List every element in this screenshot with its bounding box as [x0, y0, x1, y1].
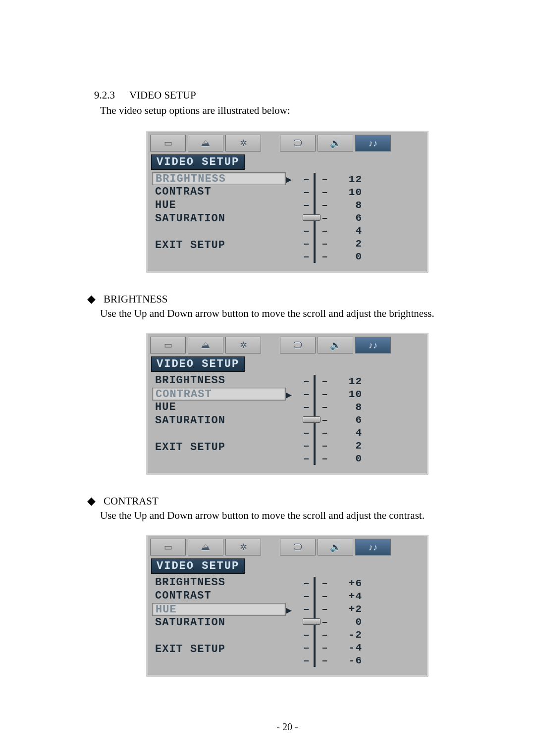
osd-tab[interactable]: ⛰: [188, 337, 223, 353]
scale-value: -2: [334, 628, 364, 641]
osd-tab[interactable]: 🖵: [280, 539, 316, 555]
scale-tick-left: –: [300, 250, 314, 263]
audio-icon: 🔊: [330, 138, 341, 149]
osd-tab[interactable]: ▭: [150, 539, 186, 555]
osd-arrow-col: ▶: [286, 374, 298, 465]
menu-spacer: [152, 226, 286, 239]
scale-tick-right: –: [316, 173, 334, 186]
scale-tick-left: –: [300, 577, 314, 590]
osd-tab[interactable]: ♪♪: [355, 539, 391, 555]
audio-icon: 🔊: [330, 542, 341, 553]
scale-tick-left: –: [300, 388, 314, 401]
scale-value: 2: [334, 439, 364, 452]
scale-value: +4: [334, 590, 364, 603]
osd-tab[interactable]: ⛰: [188, 135, 223, 151]
menu-item-hue[interactable]: HUE: [152, 401, 286, 414]
menu-arrow-icon: ▶: [286, 173, 292, 186]
menu-item-contrast[interactable]: CONTRAST: [152, 388, 286, 401]
osd-arrow-col: ▶: [286, 576, 298, 667]
scale-value: 4: [334, 426, 364, 439]
menu-item-contrast[interactable]: CONTRAST: [152, 590, 286, 603]
osd-tab[interactable]: ✲: [225, 539, 261, 555]
scale-tick-left: –: [300, 439, 314, 452]
scale-tick-left: –: [300, 603, 314, 615]
scale-tick-right: –: [316, 224, 334, 237]
scale-tick-right: –: [316, 628, 334, 641]
bullet-title: BRIGHTNESS: [104, 293, 168, 305]
scale-value: 0: [334, 452, 364, 465]
scale-tick-left: –: [300, 173, 314, 186]
osd-tab[interactable]: ▭: [150, 135, 186, 151]
menu-item-exit[interactable]: EXIT SETUP: [152, 239, 286, 252]
osd-tabs: ▭⛰✲🖵🔊♪♪: [150, 135, 425, 151]
osd-title: VIDEO SETUP: [151, 154, 245, 170]
scale-tick-right: –: [316, 186, 334, 199]
scale-value: +2: [334, 603, 364, 615]
osd-tab[interactable]: 🔊: [318, 135, 353, 151]
scale-value: -4: [334, 641, 364, 654]
osd-tab[interactable]: 🔊: [318, 337, 353, 353]
menu-item-saturation[interactable]: SATURATION: [152, 212, 286, 225]
menu-item-brightness[interactable]: BRIGHTNESS: [152, 172, 286, 185]
osd-tab[interactable]: ⛰: [188, 539, 223, 555]
scale-value: 6: [334, 211, 364, 224]
tab-spacer: [263, 135, 278, 151]
scale-value: 10: [334, 388, 364, 401]
osd-tabs: ▭⛰✲🖵🔊♪♪: [150, 539, 425, 555]
osd-tab[interactable]: ♪♪: [355, 337, 391, 353]
scale-tick-left: –: [300, 237, 314, 250]
scale-tick-left: –: [300, 452, 314, 465]
bullet-desc: Use the Up and Down arrow button to move…: [100, 509, 481, 522]
osd-panel: ▭⛰✲🖵🔊♪♪ VIDEO SETUP BRIGHTNESSCONTRASTHU…: [146, 131, 428, 273]
scale-tick-left: –: [300, 375, 314, 388]
osd-scale-col: ––+6––+4––+2––0––-2––-4––-6: [298, 576, 425, 667]
scale-tick-right: –: [316, 199, 334, 211]
scale-tick-right: –: [316, 237, 334, 250]
display-icon: 🖵: [293, 340, 302, 351]
scale-tick-right: –: [316, 577, 334, 590]
video-icon: ▭: [164, 138, 172, 149]
tab-spacer: [263, 539, 278, 554]
menu-item-saturation[interactable]: SATURATION: [152, 414, 286, 427]
menu-item-saturation[interactable]: SATURATION: [152, 616, 286, 629]
scale-value: 0: [334, 250, 364, 263]
audio-icon: 🔊: [330, 340, 341, 351]
osd-menu: BRIGHTNESSCONTRASTHUESATURATIONEXIT SETU…: [150, 576, 286, 667]
osd-menu: BRIGHTNESSCONTRASTHUESATURATIONEXIT SETU…: [150, 374, 286, 465]
osd-tab[interactable]: 🔊: [318, 539, 353, 555]
scale-tick-left: –: [300, 426, 314, 439]
slider-handle[interactable]: [303, 214, 321, 221]
menu-item-hue[interactable]: HUE: [152, 603, 286, 616]
scale-tick-right: –: [316, 641, 334, 654]
menu-item-exit[interactable]: EXIT SETUP: [152, 643, 286, 656]
osd-tab[interactable]: ♪♪: [355, 135, 391, 151]
osd-tab[interactable]: ▭: [150, 337, 186, 353]
osd-tab[interactable]: ✲: [225, 135, 261, 151]
osd-menu: BRIGHTNESSCONTRASTHUESATURATIONEXIT SETU…: [150, 172, 286, 263]
menu-item-exit[interactable]: EXIT SETUP: [152, 441, 286, 454]
display-icon: 🖵: [293, 542, 302, 553]
osd-tab[interactable]: 🖵: [280, 337, 316, 353]
osd-tab[interactable]: ✲: [225, 337, 261, 353]
equalizer-icon: ♪♪: [369, 138, 377, 149]
bullet-title: CONTRAST: [104, 495, 159, 507]
slider-handle[interactable]: [303, 416, 321, 423]
osd-tab[interactable]: 🖵: [280, 135, 316, 151]
display-icon: 🖵: [293, 138, 302, 149]
menu-item-brightness[interactable]: BRIGHTNESS: [152, 576, 286, 589]
scale-value: 12: [334, 173, 364, 186]
section-title: VIDEO SETUP: [129, 89, 196, 101]
menu-item-hue[interactable]: HUE: [152, 199, 286, 212]
osd-scale-col: ––12––10––8––6––4––2––0: [298, 374, 425, 465]
slider-handle[interactable]: [303, 618, 321, 625]
menu-arrow-icon: ▶: [286, 389, 292, 401]
section-heading: 9.2.3 VIDEO SETUP: [94, 89, 481, 101]
section-number: 9.2.3: [94, 89, 115, 101]
scale-value: 10: [334, 186, 364, 199]
osd-arrow-col: ▶: [286, 172, 298, 263]
picture-icon: ⛰: [201, 340, 210, 351]
scale-tick-left: –: [300, 641, 314, 654]
menu-item-contrast[interactable]: CONTRAST: [152, 186, 286, 199]
menu-item-brightness[interactable]: BRIGHTNESS: [152, 374, 286, 387]
scale-tick-left: –: [300, 401, 314, 413]
